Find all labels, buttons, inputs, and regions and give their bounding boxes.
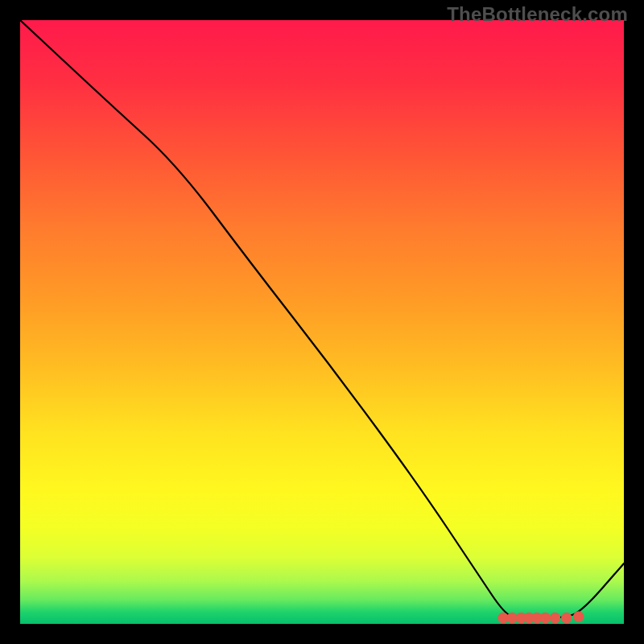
marker-group — [497, 611, 584, 623]
data-marker — [561, 613, 572, 624]
data-marker — [550, 613, 561, 624]
chart-overlay — [20, 20, 624, 624]
chart-container: TheBottleneck.com — [0, 0, 644, 644]
plot-area — [20, 20, 624, 624]
data-marker — [540, 613, 551, 624]
data-curve — [20, 20, 624, 618]
attribution-watermark: TheBottleneck.com — [447, 3, 628, 26]
data-marker — [573, 611, 584, 622]
